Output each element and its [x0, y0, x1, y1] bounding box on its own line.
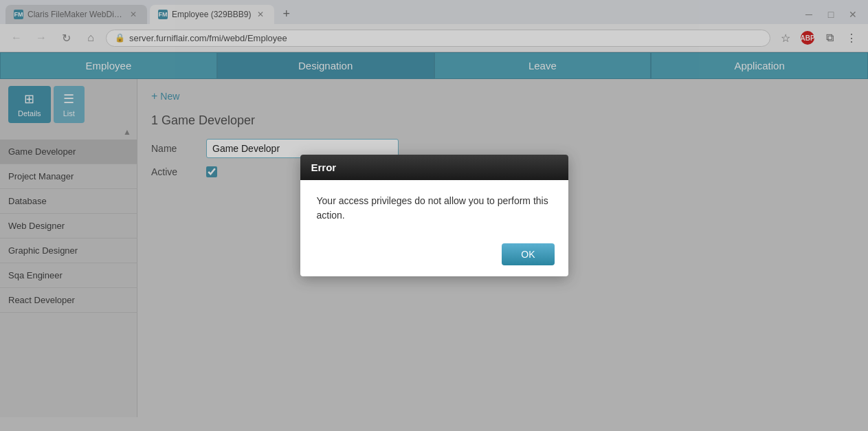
dialog-header: Error — [300, 155, 568, 180]
dialog-message: Your access privileges do not allow you … — [317, 195, 548, 221]
dialog-overlay: Error Your access privileges do not allo… — [0, 0, 868, 417]
dialog-ok-button[interactable]: OK — [502, 243, 554, 265]
dialog-footer: OK — [300, 236, 568, 276]
dialog-body: Your access privileges do not allow you … — [300, 180, 568, 236]
dialog-title: Error — [311, 162, 337, 173]
error-dialog: Error Your access privileges do not allo… — [300, 155, 568, 276]
